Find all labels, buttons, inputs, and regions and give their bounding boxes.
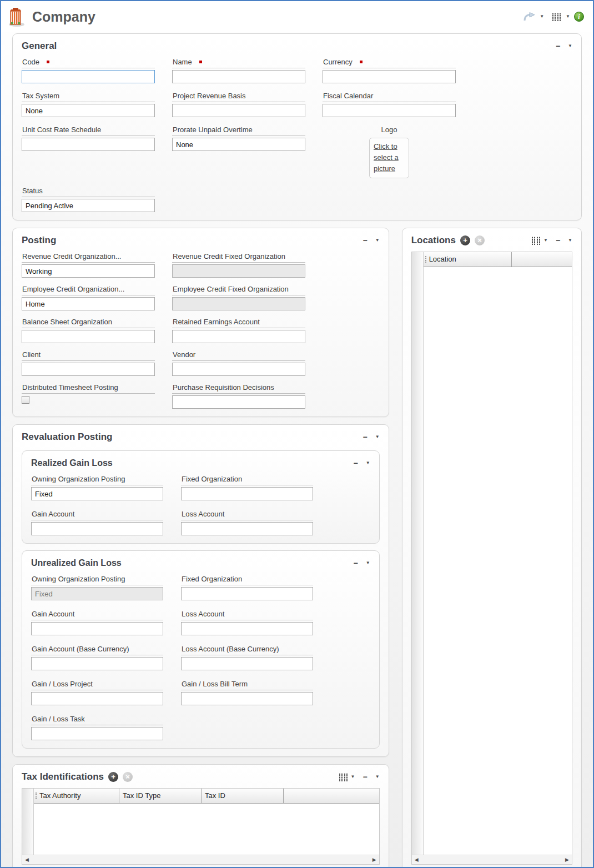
column-options-icon[interactable] — [532, 237, 541, 245]
gain-loss-project-input[interactable] — [31, 692, 163, 705]
realized-gain-account-input[interactable] — [31, 522, 163, 535]
scroll-left-icon[interactable]: ◀ — [25, 857, 29, 862]
tax-identifications-title: Tax Identifications + × — [22, 771, 133, 782]
tax-identifications-table-body[interactable] — [34, 804, 379, 855]
fiscal-calendar-input[interactable] — [323, 104, 456, 117]
prorate-unpaid-overtime-input[interactable] — [172, 138, 305, 151]
locations-title-text: Locations — [411, 235, 456, 246]
field-unrealized-loss-account: Loss Account — [181, 609, 313, 635]
project-revenue-basis-label: Project Revenue Basis — [173, 92, 246, 100]
column-options-icon[interactable] — [552, 13, 562, 21]
navigate-dropdown-caret[interactable]: ▼ — [540, 14, 544, 19]
column-options-caret[interactable]: ▼ — [351, 775, 355, 779]
client-input[interactable] — [22, 363, 155, 376]
gain-account-base-currency-input[interactable] — [31, 657, 163, 670]
collapse-icon[interactable]: − — [556, 42, 560, 50]
name-input[interactable] — [172, 70, 305, 83]
navigate-arrow-icon[interactable] — [523, 12, 536, 22]
delete-row-icon[interactable]: × — [475, 235, 485, 245]
unrealized-fixed-organization-input[interactable] — [181, 587, 313, 600]
column-options-caret[interactable]: ▼ — [566, 14, 570, 19]
column-options-icon[interactable] — [339, 773, 349, 781]
collapse-icon[interactable]: − — [363, 237, 368, 244]
balance-sheet-org-input[interactable] — [22, 330, 155, 343]
column-drag-handle[interactable] — [425, 256, 426, 263]
column-header-tax-id[interactable]: Tax ID — [202, 789, 284, 803]
loss-account-base-currency-input[interactable] — [181, 657, 313, 670]
client-label: Client — [22, 350, 41, 359]
section-menu-caret[interactable]: ▼ — [375, 238, 380, 243]
currency-input[interactable] — [323, 70, 456, 83]
column-header-location[interactable]: Location — [424, 252, 512, 267]
locations-hscrollbar[interactable]: ◀ ▶ — [412, 855, 572, 864]
field-realized-gain-account: Gain Account — [31, 509, 163, 535]
scroll-right-icon[interactable]: ▶ — [372, 857, 376, 862]
tax-identifications-hscrollbar[interactable]: ◀ ▶ — [22, 855, 379, 864]
collapse-icon[interactable]: − — [354, 559, 358, 567]
retained-earnings-account-input[interactable] — [172, 330, 305, 343]
column-header-empty[interactable] — [284, 789, 379, 803]
field-employee-credit-fixed-org: Employee Credit Fixed Organization — [172, 284, 305, 310]
company-building-icon — [7, 6, 27, 27]
fiscal-calendar-label: Fiscal Calendar — [323, 92, 373, 100]
column-header-tax-authority[interactable]: Tax Authority — [34, 789, 119, 803]
add-row-icon[interactable]: + — [460, 235, 470, 245]
section-menu-caret[interactable]: ▼ — [375, 775, 380, 779]
currency-label: Currency — [323, 58, 353, 66]
realized-loss-account-input[interactable] — [181, 522, 313, 535]
project-revenue-basis-input[interactable] — [172, 104, 305, 117]
section-menu-caret[interactable]: ▼ — [366, 561, 370, 565]
loss-account-label: Loss Account — [182, 510, 224, 518]
field-unrealized-fixed-organization: Fixed Organization — [181, 574, 313, 600]
loss-account-label: Loss Account — [182, 610, 224, 618]
page-title: Company — [32, 9, 95, 25]
prorate-unpaid-overtime-label: Prorate Unpaid Overtime — [173, 126, 253, 134]
section-menu-caret[interactable]: ▼ — [568, 44, 572, 48]
tax-system-input[interactable] — [22, 104, 155, 117]
fixed-organization-label: Fixed Organization — [182, 575, 242, 583]
code-input[interactable] — [22, 70, 155, 83]
revenue-credit-org-label: Revenue Credit Organization... — [22, 252, 121, 260]
company-page: Company ▼ ▼ i General − ▼ Code — [0, 0, 594, 868]
collapse-icon[interactable]: − — [363, 773, 368, 781]
gain-loss-bill-term-input[interactable] — [181, 692, 313, 705]
section-menu-caret[interactable]: ▼ — [366, 461, 370, 465]
logo-select-link[interactable]: Click to select a picture — [374, 141, 405, 174]
gain-account-label: Gain Account — [32, 610, 74, 618]
column-header-empty[interactable] — [512, 252, 572, 267]
distributed-timesheet-posting-checkbox[interactable] — [22, 396, 29, 404]
section-menu-caret[interactable]: ▼ — [375, 435, 380, 439]
scroll-left-icon[interactable]: ◀ — [415, 857, 419, 862]
column-header-tax-id-type[interactable]: Tax ID Type — [119, 789, 202, 803]
unrealized-gain-account-input[interactable] — [31, 622, 163, 635]
section-menu-caret[interactable]: ▼ — [568, 238, 572, 243]
field-status: Status — [22, 186, 155, 212]
column-options-caret[interactable]: ▼ — [543, 238, 548, 243]
field-vendor: Vendor — [172, 350, 305, 376]
add-row-icon[interactable]: + — [108, 772, 118, 782]
realized-fixed-organization-input[interactable] — [181, 487, 313, 500]
delete-row-icon[interactable]: × — [123, 772, 133, 782]
purchase-requisition-decisions-input[interactable] — [172, 395, 305, 409]
row-selector-gutter — [22, 789, 34, 855]
field-unrealized-gain-account: Gain Account — [31, 609, 163, 635]
scroll-right-icon[interactable]: ▶ — [565, 857, 569, 862]
field-gain-loss-project: Gain / Loss Project — [31, 679, 163, 705]
collapse-icon[interactable]: − — [363, 433, 368, 441]
employee-credit-org-input[interactable] — [22, 297, 155, 310]
revenue-credit-org-input[interactable] — [22, 264, 155, 278]
vendor-input[interactable] — [172, 363, 305, 376]
status-input[interactable] — [22, 199, 155, 212]
info-icon[interactable]: i — [574, 12, 584, 22]
field-purchase-requisition-decisions: Purchase Requisition Decisions — [172, 383, 305, 409]
collapse-icon[interactable]: − — [354, 459, 358, 467]
unrealized-loss-account-input[interactable] — [181, 622, 313, 635]
realized-owning-org-posting-input[interactable] — [31, 487, 163, 500]
field-client: Client — [22, 350, 155, 376]
gain-loss-task-input[interactable] — [31, 727, 163, 740]
collapse-icon[interactable]: − — [556, 237, 560, 244]
unit-cost-rate-schedule-input[interactable] — [22, 138, 155, 151]
column-drag-handle[interactable] — [36, 792, 37, 799]
locations-table-body[interactable] — [424, 267, 572, 855]
logo-picker[interactable]: Click to select a picture — [369, 138, 409, 178]
